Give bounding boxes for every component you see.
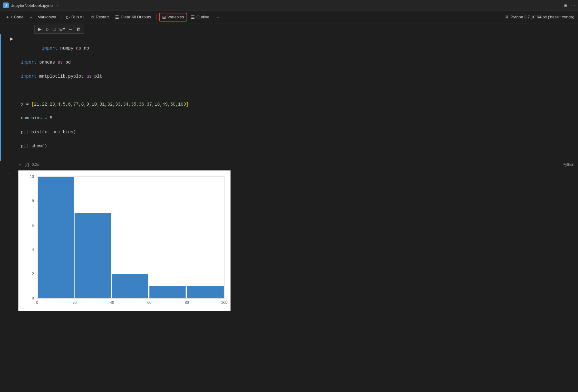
plus-icon-md: + (30, 15, 32, 20)
bar-3 (112, 274, 148, 298)
run-all-button[interactable]: ▷ Run All (64, 13, 87, 21)
variables-button[interactable]: ⊞ Variables (159, 13, 187, 22)
execution-info: ✓ [7] 0.2s Python (0, 161, 578, 168)
toolbar-more-button[interactable]: ··· (213, 13, 221, 21)
svg-text:4: 4 (32, 247, 34, 252)
svg-text:10: 10 (30, 174, 34, 179)
plus-icon: + (6, 15, 9, 20)
kernel-label[interactable]: Python 3.7.10 64-bit ('base': conda) (511, 15, 574, 19)
cell-container: ▶| ▷ □ ⊞≡ ··· 🗑 ▶ import numpy as np imp… (0, 23, 578, 313)
title-bar-right: ⊞ ··· (564, 3, 575, 8)
add-code-label: + Code (10, 15, 23, 19)
more-button[interactable]: ··· (571, 3, 575, 8)
svg-text:0: 0 (32, 296, 34, 300)
code-editor[interactable]: import numpy as np import pandas as pd i… (17, 34, 578, 161)
bar-2 (75, 213, 111, 298)
kernel-icon: 🖥 (505, 15, 509, 19)
svg-text:20: 20 (72, 300, 77, 305)
outline-button[interactable]: ☰ Outline (188, 13, 212, 21)
svg-text:0: 0 (36, 300, 38, 305)
clear-icon: ☰ (115, 15, 119, 20)
stop-button[interactable]: □ (52, 26, 57, 32)
tab-name[interactable]: JupyterNotebook.ipynb (11, 3, 53, 8)
restart-label: Restart (96, 15, 109, 19)
kernel-info: 🖥 Python 3.7.10 64-bit ('base': conda) (505, 15, 574, 19)
bar-5 (187, 286, 224, 298)
histogram-chart: 0 2 4 6 8 10 0 20 40 60 80 100 (18, 170, 231, 311)
run-all-label: Run All (71, 15, 84, 19)
svg-text:100: 100 (221, 300, 227, 305)
run-cell-button[interactable]: ▶| (37, 26, 44, 32)
outline-icon: ☰ (191, 15, 195, 20)
delete-cell-button[interactable]: 🗑 (75, 26, 81, 32)
code-cell: ▶ import numpy as np import pandas as pd… (0, 34, 578, 161)
output-content: 0 2 4 6 8 10 0 20 40 60 80 100 (17, 168, 578, 313)
svg-text:2: 2 (32, 272, 34, 276)
exec-time: 0.2s (32, 162, 39, 167)
exec-number: [7] (25, 162, 29, 167)
svg-text:40: 40 (110, 300, 114, 305)
add-code-button[interactable]: + + Code (4, 13, 26, 21)
cell-gutter: ▶ (0, 34, 17, 161)
toolbar-more-label: ··· (216, 15, 219, 19)
bar-1 (38, 177, 74, 298)
layout-button[interactable]: ⊞ (564, 3, 567, 8)
bar-4 (149, 286, 186, 298)
run-all-icon: ▷ (66, 15, 70, 20)
svg-text:80: 80 (185, 300, 189, 305)
variables-label: Variables (168, 15, 184, 19)
outline-label: Outline (197, 15, 209, 19)
variables-icon: ⊞ (162, 15, 166, 20)
svg-text:60: 60 (147, 300, 152, 305)
check-icon: ✓ (19, 162, 22, 167)
cell-toolbar: ▶| ▷ □ ⊞≡ ··· 🗑 (34, 25, 84, 34)
active-indicator (0, 34, 1, 161)
clear-outputs-button[interactable]: ☰ Clear All Outputs (113, 13, 154, 21)
add-markdown-button[interactable]: + + Markdown (27, 13, 58, 21)
svg-text:6: 6 (32, 223, 34, 227)
cell-more-button[interactable]: ··· (68, 26, 74, 32)
exec-lang: Python (563, 162, 574, 167)
restart-icon: ↺ (90, 15, 94, 20)
restart-button[interactable]: ↺ Restart (88, 13, 111, 21)
variable-explorer-button[interactable]: ⊞≡ (58, 26, 66, 32)
exec-status: ✓ [7] 0.2s (19, 162, 39, 167)
clear-outputs-label: Clear All Outputs (121, 15, 151, 19)
divider-1 (61, 14, 61, 20)
tab-close-button[interactable]: × (55, 2, 60, 8)
histogram-svg: 0 2 4 6 8 10 0 20 40 60 80 100 (18, 170, 231, 311)
divider-2 (156, 14, 157, 20)
output-gutter[interactable]: ··· (0, 168, 17, 313)
add-markdown-label: + Markdown (34, 15, 56, 19)
code-block: import numpy as np import pandas as pd i… (21, 36, 574, 159)
output-cell: ··· (0, 168, 578, 313)
title-bar: J JupyterNotebook.ipynb × ⊞ ··· (0, 0, 578, 11)
output-dots[interactable]: ··· (7, 170, 10, 175)
run-icon[interactable]: ▶ (9, 36, 15, 42)
run-next-button[interactable]: ▷ (45, 26, 51, 32)
svg-text:8: 8 (32, 199, 34, 203)
app-icon: J (3, 2, 9, 8)
main-toolbar: + + Code + + Markdown ▷ Run All ↺ Restar… (0, 11, 578, 23)
